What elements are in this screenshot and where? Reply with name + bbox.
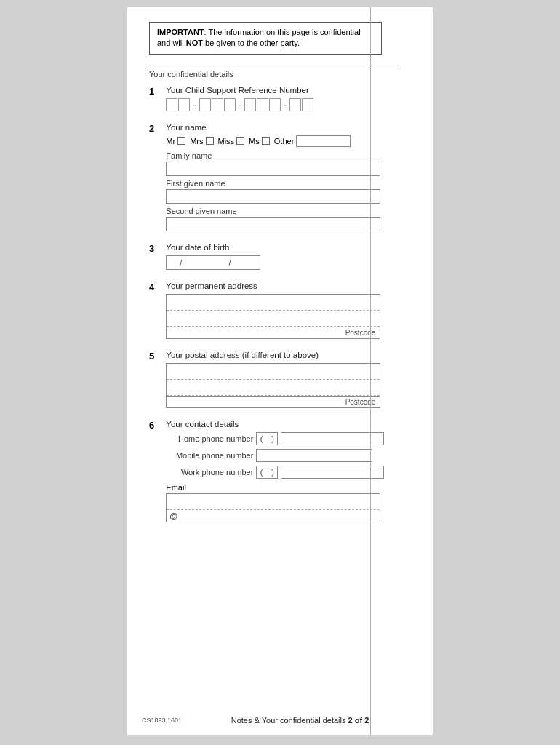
email-label: Email	[166, 483, 384, 492]
footer-center: Notes & Your confidential details 2 of 2	[182, 716, 418, 725]
title-row: Mr Mrs Miss Ms Other	[166, 135, 384, 147]
other-label: Other	[274, 137, 295, 146]
address-line-1[interactable]	[167, 295, 380, 311]
question-3: 3 Your date of birth / /	[149, 243, 411, 270]
email-line[interactable]	[167, 494, 380, 510]
ref-group-2	[199, 98, 236, 111]
q6-content: Your contact details Home phone number (…	[166, 420, 384, 522]
home-paren-close: )	[271, 434, 274, 443]
ref-box-1[interactable]	[166, 98, 177, 111]
section-divider	[149, 65, 396, 65]
ref-box-9[interactable]	[289, 98, 301, 111]
ref-group-3	[244, 98, 281, 111]
home-phone-row: Home phone number ( )	[166, 432, 384, 445]
title-other: Other	[274, 135, 351, 147]
footer: CS1893.1601 Notes & Your confidential de…	[127, 716, 433, 725]
postcode-label: Postcode	[167, 327, 380, 338]
q3-content: Your date of birth / /	[166, 243, 384, 270]
dob-slash-1: /	[180, 258, 182, 267]
title-ms: Ms	[249, 137, 270, 146]
important-text2: be given to the other party.	[203, 39, 300, 47]
q3-number: 3	[149, 243, 161, 254]
work-phone-label: Work phone number	[166, 468, 253, 477]
ref-box-6[interactable]	[244, 98, 256, 111]
footer-bold: 2 of 2	[348, 716, 369, 725]
home-phone-label: Home phone number	[166, 434, 253, 443]
work-paren-close: )	[271, 468, 274, 477]
ref-dash-1: -	[191, 98, 197, 111]
q2-label: Your name	[166, 123, 384, 132]
q2-content: Your name Mr Mrs Miss Ms	[166, 123, 384, 231]
title-mr: Mr	[166, 137, 185, 146]
mobile-phone-row: Mobile phone number	[166, 449, 384, 462]
postal-address-box[interactable]: Postcode	[166, 363, 380, 408]
email-at: @	[167, 510, 380, 522]
ref-box-2[interactable]	[178, 98, 190, 111]
home-phone-input[interactable]	[281, 432, 384, 445]
postal-postcode-label: Postcode	[167, 396, 380, 407]
ref-box-4[interactable]	[212, 98, 223, 111]
question-2: 2 Your name Mr Mrs Miss Ms	[149, 123, 411, 231]
ref-group-4	[289, 98, 313, 111]
q5-number: 5	[149, 351, 161, 362]
q6-label: Your contact details	[166, 420, 384, 429]
page: IMPORTANT: The information on this page …	[127, 7, 433, 735]
ref-dash-3: -	[282, 98, 288, 111]
vertical-rule	[370, 7, 371, 735]
work-phone-area[interactable]: ( )	[256, 466, 278, 479]
miss-checkbox[interactable]	[236, 137, 244, 145]
question-6: 6 Your contact details Home phone number…	[149, 420, 411, 522]
first-given-name-label: First given name	[166, 179, 384, 188]
mobile-phone-label: Mobile phone number	[166, 451, 253, 460]
section-title: Your confidential details	[149, 70, 411, 79]
mobile-phone-input[interactable]	[256, 449, 372, 462]
home-phone-area[interactable]: ( )	[256, 432, 278, 445]
work-paren-open: (	[260, 468, 263, 477]
ref-box-10[interactable]	[302, 98, 313, 111]
footer-text: Notes & Your confidential details	[231, 716, 348, 725]
q5-content: Your postal address (if different to abo…	[166, 351, 384, 408]
family-name-input[interactable]	[166, 162, 380, 176]
ref-box-5[interactable]	[224, 98, 236, 111]
postal-address-line-2[interactable]	[167, 380, 380, 396]
q2-number: 2	[149, 123, 161, 134]
ref-dash-2: -	[237, 98, 243, 111]
work-phone-row: Work phone number ( )	[166, 466, 384, 479]
address-line-2[interactable]	[167, 311, 380, 327]
q1-label: Your Child Support Reference Number	[166, 86, 384, 95]
work-phone-input[interactable]	[281, 466, 384, 479]
question-4: 4 Your permanent address Postcode	[149, 282, 411, 339]
q5-label: Your postal address (if different to abo…	[166, 351, 384, 359]
mrs-label: Mrs	[190, 137, 203, 146]
ref-number-row: - - -	[166, 98, 384, 111]
permanent-address-box[interactable]: Postcode	[166, 294, 380, 339]
mrs-checkbox[interactable]	[206, 137, 214, 145]
first-given-name-input[interactable]	[166, 189, 380, 204]
title-mrs: Mrs	[190, 137, 213, 146]
q4-content: Your permanent address Postcode	[166, 282, 384, 339]
question-5: 5 Your postal address (if different to a…	[149, 351, 411, 408]
second-given-name-label: Second given name	[166, 207, 384, 215]
miss-label: Miss	[218, 137, 235, 146]
other-input[interactable]	[296, 135, 351, 147]
ref-group-1	[166, 98, 190, 111]
ref-box-7[interactable]	[257, 98, 268, 111]
mr-checkbox[interactable]	[177, 137, 185, 145]
question-1: 1 Your Child Support Reference Number - …	[149, 86, 411, 111]
ms-checkbox[interactable]	[262, 137, 270, 145]
home-paren-open: (	[260, 434, 263, 443]
second-given-name-input[interactable]	[166, 217, 380, 231]
q1-content: Your Child Support Reference Number - -	[166, 86, 384, 111]
ref-box-8[interactable]	[269, 98, 281, 111]
email-box[interactable]: @	[166, 493, 380, 522]
dob-input[interactable]: / /	[166, 255, 260, 270]
dob-slash-2: /	[228, 258, 231, 267]
ref-box-3[interactable]	[199, 98, 211, 111]
q4-number: 4	[149, 282, 161, 292]
family-name-label: Family name	[166, 151, 384, 160]
q4-label: Your permanent address	[166, 282, 384, 290]
mr-label: Mr	[166, 137, 175, 146]
title-miss: Miss	[218, 137, 245, 146]
postal-address-line-1[interactable]	[167, 364, 380, 380]
q6-number: 6	[149, 420, 161, 431]
